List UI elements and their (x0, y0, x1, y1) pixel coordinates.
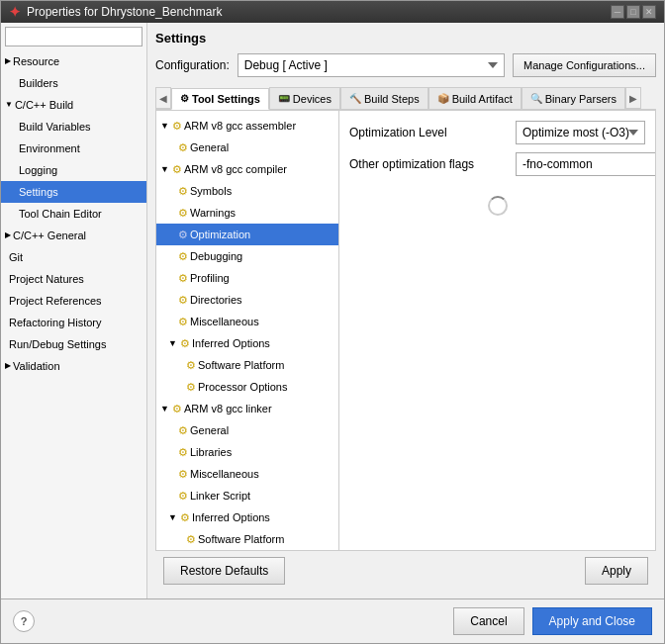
expand-icon: ▶ (5, 227, 11, 244)
other-flags-input[interactable] (516, 152, 655, 176)
restore-apply-row: Restore Defaults Apply (155, 551, 656, 591)
libraries-icon: ⚙ (178, 443, 188, 461)
window: ✦ Properties for Dhrystone_Benchmark ─ □… (0, 0, 665, 644)
tree-item-miscellaneous[interactable]: ⚙ Miscellaneous (156, 311, 338, 332)
tree-item-inferred-options-1[interactable]: ▼ ⚙ Inferred Options (156, 332, 338, 354)
sidebar-item-cpp-general[interactable]: ▶ C/C++ General (1, 225, 146, 246)
config-label: Configuration: (155, 58, 230, 72)
sidebar-search-input[interactable] (5, 27, 142, 46)
directories-icon: ⚙ (178, 291, 188, 309)
loading-spinner (488, 196, 508, 216)
sidebar-item-settings[interactable]: Settings (1, 181, 146, 203)
tree-item-inferred-options-2[interactable]: ▼ ⚙ Inferred Options (156, 506, 338, 528)
expand-triangle-compiler: ▼ (160, 160, 170, 178)
tree-item-symbols[interactable]: ⚙ Symbols (156, 180, 338, 202)
processor-options-1-icon: ⚙ (186, 378, 196, 396)
sidebar-item-refactoring-history[interactable]: Refactoring History (1, 312, 146, 333)
tree-item-linker-script[interactable]: ⚙ Linker Script (156, 485, 338, 506)
restore-defaults-button[interactable]: Restore Defaults (163, 557, 285, 585)
close-button[interactable]: ✕ (642, 5, 656, 19)
tree-item-processor-options-1[interactable]: ⚙ Processor Options (156, 376, 338, 398)
tree-item-profiling[interactable]: ⚙ Profiling (156, 267, 338, 289)
sidebar-item-builders[interactable]: Builders (1, 72, 146, 94)
tree-item-arm-compiler[interactable]: ▼ ⚙ ARM v8 gcc compiler (156, 158, 338, 180)
title-bar-controls: ─ □ ✕ (611, 5, 656, 19)
tree-item-debugging[interactable]: ⚙ Debugging (156, 245, 338, 267)
sidebar-item-project-references[interactable]: Project References (1, 290, 146, 312)
optimization-level-row: Optimization Level Optimize most (-O3) (349, 121, 645, 144)
optimization-icon: ⚙ (178, 226, 188, 243)
sidebar-item-run-debug[interactable]: Run/Debug Settings (1, 333, 146, 355)
sidebar: ▶ Resource Builders ▼ C/C++ Build Build … (1, 23, 147, 598)
cancel-button[interactable]: Cancel (453, 607, 523, 635)
inferred-options-1-icon: ⚙ (180, 334, 190, 352)
expand-triangle-linker: ▼ (160, 400, 170, 417)
tab-build-artifact[interactable]: 📦 Build Artifact (428, 87, 522, 109)
title-bar: ✦ Properties for Dhrystone_Benchmark ─ □… (1, 1, 664, 23)
optimization-level-select[interactable]: Optimize most (-O3) (516, 121, 645, 144)
assembler-icon: ⚙ (172, 117, 182, 135)
sidebar-item-environment[interactable]: Environment (1, 138, 146, 159)
tree-item-software-platform-1[interactable]: ⚙ Software Platform (156, 354, 338, 376)
sidebar-item-resource[interactable]: ▶ Resource (1, 50, 146, 72)
tab-scroll-right[interactable]: ▶ (625, 87, 641, 109)
tab-scroll-left[interactable]: ◀ (155, 87, 171, 109)
settings-panel: Optimization Level Optimize most (-O3) O… (339, 111, 655, 550)
maximize-button[interactable]: □ (626, 5, 640, 19)
tree-item-optimization[interactable]: ⚙ Optimization (156, 224, 338, 245)
miscellaneous-icon: ⚙ (178, 313, 188, 330)
tree-item-warnings[interactable]: ⚙ Warnings (156, 202, 338, 224)
sidebar-item-validation[interactable]: ▶ Validation (1, 355, 146, 377)
profiling-icon: ⚙ (178, 269, 188, 287)
tabs-container: ◀ ⚙ Tool Settings 📟 Devices 🔨 Build Step… (155, 87, 656, 110)
general-asm-icon: ⚙ (178, 138, 188, 156)
tree-item-directories[interactable]: ⚙ Directories (156, 289, 338, 311)
spinner-area (349, 196, 645, 216)
expand-icon: ▼ (5, 96, 13, 114)
expand-triangle-assembler: ▼ (160, 117, 170, 135)
devices-icon: 📟 (278, 93, 290, 104)
settings-title: Settings (155, 31, 656, 46)
apply-and-close-button[interactable]: Apply and Close (532, 607, 652, 635)
tab-devices[interactable]: 📟 Devices (269, 87, 340, 109)
minimize-button[interactable]: ─ (611, 5, 624, 19)
tree-item-libraries[interactable]: ⚙ Libraries (156, 441, 338, 463)
tree-item-miscellaneous-linker[interactable]: ⚙ Miscellaneous (156, 463, 338, 485)
miscellaneous-linker-icon: ⚙ (178, 465, 188, 483)
apply-button[interactable]: Apply (585, 557, 648, 585)
tree-item-software-platform-2[interactable]: ⚙ Software Platform (156, 528, 338, 550)
main-content: ▶ Resource Builders ▼ C/C++ Build Build … (1, 23, 664, 598)
sidebar-item-tool-chain-editor[interactable]: Tool Chain Editor (1, 203, 146, 225)
linker-script-icon: ⚙ (178, 487, 188, 505)
sidebar-item-git[interactable]: Git (1, 246, 146, 268)
sidebar-item-cpp-build[interactable]: ▼ C/C++ Build (1, 94, 146, 116)
optimization-level-label: Optimization Level (349, 126, 508, 139)
sidebar-item-build-variables[interactable]: Build Variables (1, 116, 146, 138)
tree-item-arm-linker[interactable]: ▼ ⚙ ARM v8 gcc linker (156, 398, 338, 419)
warnings-icon: ⚙ (178, 204, 188, 222)
other-flags-row: Other optimization flags (349, 152, 645, 176)
tree-item-arm-assembler[interactable]: ▼ ⚙ ARM v8 gcc assembler (156, 115, 338, 137)
sidebar-item-logging[interactable]: Logging (1, 159, 146, 181)
config-row: Configuration: Debug [ Active ] Manage C… (155, 53, 656, 77)
linker-icon: ⚙ (172, 400, 182, 417)
tree-item-general-linker[interactable]: ⚙ General (156, 419, 338, 441)
tree-item-general-asm[interactable]: ⚙ General (156, 137, 338, 158)
expand-icon: ▶ (5, 52, 11, 70)
tab-binary-parsers[interactable]: 🔍 Binary Parsers (522, 87, 625, 109)
tab-build-steps[interactable]: 🔨 Build Steps (340, 87, 428, 109)
help-button[interactable]: ? (13, 610, 35, 632)
other-flags-label: Other optimization flags (349, 157, 508, 171)
sidebar-item-project-natures[interactable]: Project Natures (1, 268, 146, 290)
config-dropdown[interactable]: Debug [ Active ] (238, 53, 505, 77)
tool-settings-icon: ⚙ (180, 93, 189, 104)
expand-icon: ▶ (5, 357, 11, 375)
debugging-icon: ⚙ (178, 247, 188, 265)
sidebar-search-container (1, 23, 146, 50)
manage-configurations-button[interactable]: Manage Configurations... (513, 53, 656, 77)
symbols-icon: ⚙ (178, 182, 188, 200)
tab-tool-settings[interactable]: ⚙ Tool Settings (171, 88, 269, 110)
window-title: Properties for Dhrystone_Benchmark (27, 5, 222, 19)
expand-inferred-1: ▼ (168, 334, 178, 352)
build-steps-icon: 🔨 (349, 93, 361, 104)
